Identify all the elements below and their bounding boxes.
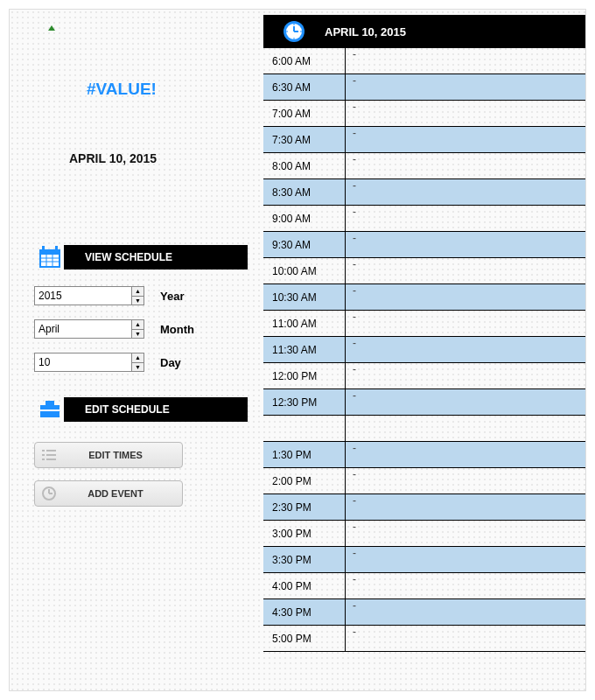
calendar-icon <box>34 242 66 273</box>
add-event-label: ADD EVENT <box>63 488 182 499</box>
time-cell <box>263 416 346 441</box>
day-input[interactable] <box>34 353 132 372</box>
schedule-row[interactable]: 9:30 AM- <box>263 232 585 258</box>
add-event-button[interactable]: ADD EVENT <box>34 480 183 507</box>
spin-down-icon[interactable]: ▼ <box>132 297 144 305</box>
time-cell: 4:30 PM <box>263 599 346 625</box>
time-cell: 1:30 PM <box>263 442 346 467</box>
schedule-row[interactable] <box>263 416 585 442</box>
list-icon <box>35 449 63 461</box>
app-frame: #VALUE! APRIL 10, 2015 VIEW SCHEDULE <box>9 9 586 691</box>
time-cell: 8:30 AM <box>263 179 346 205</box>
event-cell[interactable]: - <box>346 48 585 74</box>
schedule-row[interactable]: 10:30 AM- <box>263 284 585 311</box>
year-spinner[interactable]: ▲▼ <box>132 286 144 305</box>
schedule-row[interactable]: 1:30 PM- <box>263 442 585 468</box>
schedule-row[interactable]: 12:00 PM- <box>263 363 585 389</box>
event-cell[interactable] <box>346 416 585 441</box>
edit-times-label: EDIT TIMES <box>63 450 182 460</box>
month-input[interactable] <box>34 319 132 339</box>
event-cell[interactable]: - <box>346 74 585 100</box>
event-cell[interactable]: - <box>346 573 585 598</box>
event-cell[interactable]: - <box>346 153 585 178</box>
time-cell: 11:00 AM <box>263 311 346 336</box>
schedule-row[interactable]: 4:00 PM- <box>263 573 585 599</box>
event-cell[interactable]: - <box>346 337 585 362</box>
svg-rect-13 <box>42 454 45 456</box>
svg-rect-1 <box>42 246 45 251</box>
month-label: Month <box>160 323 194 336</box>
time-cell: 6:00 AM <box>263 48 346 74</box>
time-cell: 11:30 AM <box>263 337 346 362</box>
time-cell: 12:30 PM <box>263 389 346 415</box>
edit-schedule-header: EDIT SCHEDULE <box>34 396 248 423</box>
schedule-row[interactable]: 12:30 PM- <box>263 389 585 416</box>
svg-rect-12 <box>46 450 56 452</box>
schedule-row[interactable]: 4:30 PM- <box>263 599 585 626</box>
sidebar: #VALUE! APRIL 10, 2015 VIEW SCHEDULE <box>10 10 263 690</box>
schedule-row[interactable]: 11:00 AM- <box>263 311 585 337</box>
time-cell: 12:00 PM <box>263 363 346 388</box>
month-row: ▲▼ Month <box>34 319 248 339</box>
edit-times-button[interactable]: EDIT TIMES <box>34 442 183 468</box>
schedule-row[interactable]: 11:30 AM- <box>263 337 585 363</box>
day-label: Day <box>160 356 181 369</box>
event-cell[interactable]: - <box>346 468 585 494</box>
event-cell[interactable]: - <box>346 258 585 284</box>
event-cell[interactable]: - <box>346 626 585 651</box>
year-input[interactable] <box>34 286 132 305</box>
spin-down-icon[interactable]: ▼ <box>132 363 144 372</box>
schedule-row[interactable]: 3:00 PM- <box>263 521 585 547</box>
month-spinner[interactable]: ▲▼ <box>132 319 144 339</box>
time-cell: 7:30 AM <box>263 127 346 152</box>
schedule-row[interactable]: 5:00 PM- <box>263 626 585 652</box>
schedule-row[interactable]: 10:00 AM- <box>263 258 585 284</box>
event-cell[interactable]: - <box>346 232 585 257</box>
date-selectors: ▲▼ Year ▲▼ Month ▲▼ Day <box>34 286 248 372</box>
schedule-row[interactable]: 9:00 AM- <box>263 206 585 232</box>
schedule-row[interactable]: 7:30 AM- <box>263 127 585 153</box>
view-schedule-header: VIEW SCHEDULE <box>34 244 248 270</box>
event-cell[interactable]: - <box>346 311 585 336</box>
time-cell: 10:00 AM <box>263 258 346 284</box>
event-cell[interactable]: - <box>346 494 585 520</box>
svg-rect-16 <box>46 458 56 460</box>
event-cell[interactable]: - <box>346 389 585 415</box>
schedule-row[interactable]: 2:30 PM- <box>263 494 585 521</box>
schedule-row[interactable]: 8:30 AM- <box>263 179 585 206</box>
time-cell: 2:30 PM <box>263 494 346 520</box>
schedule-row[interactable]: 8:00 AM- <box>263 153 585 179</box>
spin-down-icon[interactable]: ▼ <box>132 330 144 339</box>
schedule-row[interactable]: 6:00 AM- <box>263 48 585 74</box>
event-cell[interactable]: - <box>346 599 585 625</box>
svg-rect-14 <box>46 454 56 456</box>
value-error-text: #VALUE! <box>87 80 248 99</box>
schedule-row[interactable]: 6:30 AM- <box>263 74 585 101</box>
event-cell[interactable]: - <box>346 127 585 152</box>
schedule-row[interactable]: 2:00 PM- <box>263 468 585 494</box>
day-spinner[interactable]: ▲▼ <box>132 353 144 372</box>
schedule-row[interactable]: 3:30 PM- <box>263 547 585 573</box>
event-cell[interactable]: - <box>346 521 585 546</box>
day-row: ▲▼ Day <box>34 353 248 372</box>
clock-outline-icon <box>35 486 63 501</box>
schedule-row[interactable]: 7:00 AM- <box>263 101 585 127</box>
event-cell[interactable]: - <box>346 363 585 388</box>
svg-rect-8 <box>46 401 54 405</box>
event-cell[interactable]: - <box>346 284 585 310</box>
event-cell[interactable]: - <box>346 101 585 126</box>
event-cell[interactable]: - <box>346 442 585 467</box>
time-cell: 9:00 AM <box>263 206 346 231</box>
spin-up-icon[interactable]: ▲ <box>132 354 144 363</box>
schedule-header-date: APRIL 10, 2015 <box>325 25 406 38</box>
event-cell[interactable]: - <box>346 206 585 231</box>
time-cell: 10:30 AM <box>263 284 346 310</box>
svg-rect-10 <box>40 410 60 411</box>
spin-up-icon[interactable]: ▲ <box>132 320 144 330</box>
event-cell[interactable]: - <box>346 179 585 205</box>
spin-up-icon[interactable]: ▲ <box>132 287 144 297</box>
time-cell: 8:00 AM <box>263 153 346 178</box>
action-buttons: EDIT TIMES ADD EVENT <box>34 442 248 507</box>
event-cell[interactable]: - <box>346 547 585 572</box>
svg-rect-11 <box>42 450 45 452</box>
